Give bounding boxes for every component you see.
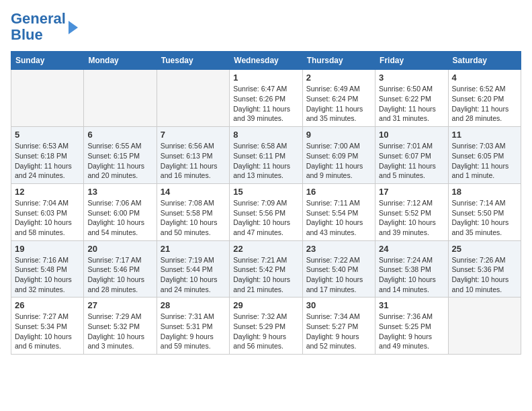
calendar-header-row: SundayMondayTuesdayWednesdayThursdayFrid… bbox=[11, 52, 521, 70]
calendar-day-10: 10Sunrise: 7:01 AM Sunset: 6:07 PM Dayli… bbox=[375, 127, 448, 184]
day-info: Sunrise: 7:32 AM Sunset: 5:29 PM Dayligh… bbox=[233, 312, 298, 351]
day-number: 16 bbox=[306, 187, 371, 197]
day-info: Sunrise: 7:29 AM Sunset: 5:32 PM Dayligh… bbox=[87, 312, 152, 351]
calendar-week-5: 26Sunrise: 7:27 AM Sunset: 5:34 PM Dayli… bbox=[11, 298, 521, 355]
logo-text: GeneralBlue bbox=[11, 11, 66, 43]
day-info: Sunrise: 6:49 AM Sunset: 6:24 PM Dayligh… bbox=[306, 84, 371, 124]
calendar-header-wednesday: Wednesday bbox=[230, 52, 302, 70]
calendar-day-19: 19Sunrise: 7:16 AM Sunset: 5:48 PM Dayli… bbox=[11, 240, 84, 298]
day-info: Sunrise: 7:22 AM Sunset: 5:40 PM Dayligh… bbox=[306, 255, 371, 295]
day-info: Sunrise: 7:17 AM Sunset: 5:46 PM Dayligh… bbox=[87, 255, 152, 295]
day-info: Sunrise: 6:53 AM Sunset: 6:18 PM Dayligh… bbox=[15, 141, 80, 181]
day-info: Sunrise: 6:52 AM Sunset: 6:20 PM Dayligh… bbox=[452, 84, 517, 124]
calendar-header-thursday: Thursday bbox=[302, 52, 375, 70]
calendar-empty-cell bbox=[448, 298, 521, 355]
day-number: 20 bbox=[87, 244, 152, 254]
day-number: 13 bbox=[87, 187, 152, 197]
calendar-header-tuesday: Tuesday bbox=[157, 52, 229, 70]
calendar-week-2: 5Sunrise: 6:53 AM Sunset: 6:18 PM Daylig… bbox=[11, 127, 521, 184]
day-number: 27 bbox=[87, 300, 152, 310]
page-header: GeneralBlue bbox=[11, 11, 521, 43]
day-info: Sunrise: 6:50 AM Sunset: 6:22 PM Dayligh… bbox=[379, 84, 444, 124]
calendar-empty-cell bbox=[84, 70, 157, 127]
calendar-day-4: 4Sunrise: 6:52 AM Sunset: 6:20 PM Daylig… bbox=[448, 70, 521, 127]
day-info: Sunrise: 7:16 AM Sunset: 5:48 PM Dayligh… bbox=[15, 255, 80, 295]
day-number: 29 bbox=[233, 300, 298, 310]
day-info: Sunrise: 7:24 AM Sunset: 5:38 PM Dayligh… bbox=[379, 255, 444, 295]
calendar-day-8: 8Sunrise: 6:58 AM Sunset: 6:11 PM Daylig… bbox=[230, 127, 302, 184]
day-number: 18 bbox=[452, 187, 517, 197]
day-info: Sunrise: 6:58 AM Sunset: 6:11 PM Dayligh… bbox=[233, 141, 298, 181]
day-info: Sunrise: 7:34 AM Sunset: 5:27 PM Dayligh… bbox=[306, 312, 371, 351]
day-number: 1 bbox=[233, 73, 298, 83]
calendar-week-4: 19Sunrise: 7:16 AM Sunset: 5:48 PM Dayli… bbox=[11, 240, 521, 298]
calendar-header-friday: Friday bbox=[375, 52, 448, 70]
day-number: 6 bbox=[87, 130, 152, 140]
calendar-day-11: 11Sunrise: 7:03 AM Sunset: 6:05 PM Dayli… bbox=[448, 127, 521, 184]
day-number: 2 bbox=[306, 73, 371, 83]
calendar-day-30: 30Sunrise: 7:34 AM Sunset: 5:27 PM Dayli… bbox=[302, 298, 375, 355]
calendar-header-saturday: Saturday bbox=[448, 52, 521, 70]
calendar-day-17: 17Sunrise: 7:12 AM Sunset: 5:52 PM Dayli… bbox=[375, 183, 448, 240]
calendar-day-21: 21Sunrise: 7:19 AM Sunset: 5:44 PM Dayli… bbox=[157, 240, 229, 298]
day-info: Sunrise: 7:08 AM Sunset: 5:58 PM Dayligh… bbox=[161, 198, 226, 238]
calendar-day-22: 22Sunrise: 7:21 AM Sunset: 5:42 PM Dayli… bbox=[230, 240, 302, 298]
day-info: Sunrise: 7:04 AM Sunset: 6:03 PM Dayligh… bbox=[15, 198, 80, 238]
calendar-day-16: 16Sunrise: 7:11 AM Sunset: 5:54 PM Dayli… bbox=[302, 183, 375, 240]
calendar-week-1: 1Sunrise: 6:47 AM Sunset: 6:26 PM Daylig… bbox=[11, 70, 521, 127]
calendar-day-23: 23Sunrise: 7:22 AM Sunset: 5:40 PM Dayli… bbox=[302, 240, 375, 298]
day-number: 28 bbox=[161, 300, 226, 310]
calendar-day-18: 18Sunrise: 7:14 AM Sunset: 5:50 PM Dayli… bbox=[448, 183, 521, 240]
day-info: Sunrise: 7:31 AM Sunset: 5:31 PM Dayligh… bbox=[161, 312, 226, 351]
day-info: Sunrise: 7:12 AM Sunset: 5:52 PM Dayligh… bbox=[379, 198, 444, 238]
calendar-day-28: 28Sunrise: 7:31 AM Sunset: 5:31 PM Dayli… bbox=[157, 298, 229, 355]
calendar-day-13: 13Sunrise: 7:06 AM Sunset: 6:00 PM Dayli… bbox=[84, 183, 157, 240]
day-info: Sunrise: 7:01 AM Sunset: 6:07 PM Dayligh… bbox=[379, 141, 444, 181]
calendar-table: SundayMondayTuesdayWednesdayThursdayFrid… bbox=[11, 51, 521, 355]
day-info: Sunrise: 7:21 AM Sunset: 5:42 PM Dayligh… bbox=[233, 255, 298, 295]
day-number: 30 bbox=[306, 300, 371, 310]
calendar-day-26: 26Sunrise: 7:27 AM Sunset: 5:34 PM Dayli… bbox=[11, 298, 84, 355]
calendar-day-3: 3Sunrise: 6:50 AM Sunset: 6:22 PM Daylig… bbox=[375, 70, 448, 127]
day-info: Sunrise: 7:09 AM Sunset: 5:56 PM Dayligh… bbox=[233, 198, 298, 238]
day-number: 3 bbox=[379, 73, 444, 83]
day-number: 19 bbox=[15, 244, 80, 254]
day-info: Sunrise: 6:55 AM Sunset: 6:15 PM Dayligh… bbox=[87, 141, 152, 181]
day-number: 17 bbox=[379, 187, 444, 197]
day-number: 24 bbox=[379, 244, 444, 254]
day-info: Sunrise: 6:47 AM Sunset: 6:26 PM Dayligh… bbox=[233, 84, 298, 124]
day-info: Sunrise: 7:19 AM Sunset: 5:44 PM Dayligh… bbox=[161, 255, 226, 295]
day-info: Sunrise: 7:36 AM Sunset: 5:25 PM Dayligh… bbox=[379, 312, 444, 351]
day-number: 21 bbox=[161, 244, 226, 254]
day-number: 15 bbox=[233, 187, 298, 197]
calendar-day-27: 27Sunrise: 7:29 AM Sunset: 5:32 PM Dayli… bbox=[84, 298, 157, 355]
day-number: 8 bbox=[233, 130, 298, 140]
calendar-week-3: 12Sunrise: 7:04 AM Sunset: 6:03 PM Dayli… bbox=[11, 183, 521, 240]
day-number: 22 bbox=[233, 244, 298, 254]
calendar-empty-cell bbox=[11, 70, 84, 127]
day-number: 7 bbox=[161, 130, 226, 140]
logo-arrow-icon bbox=[69, 21, 78, 34]
day-info: Sunrise: 6:56 AM Sunset: 6:13 PM Dayligh… bbox=[161, 141, 226, 181]
day-number: 25 bbox=[452, 244, 517, 254]
day-number: 23 bbox=[306, 244, 371, 254]
calendar-day-9: 9Sunrise: 7:00 AM Sunset: 6:09 PM Daylig… bbox=[302, 127, 375, 184]
calendar-day-24: 24Sunrise: 7:24 AM Sunset: 5:38 PM Dayli… bbox=[375, 240, 448, 298]
day-number: 9 bbox=[306, 130, 371, 140]
calendar-day-25: 25Sunrise: 7:26 AM Sunset: 5:36 PM Dayli… bbox=[448, 240, 521, 298]
day-number: 11 bbox=[452, 130, 517, 140]
calendar-day-14: 14Sunrise: 7:08 AM Sunset: 5:58 PM Dayli… bbox=[157, 183, 229, 240]
calendar-empty-cell bbox=[157, 70, 229, 127]
calendar-header-monday: Monday bbox=[84, 52, 157, 70]
calendar-day-12: 12Sunrise: 7:04 AM Sunset: 6:03 PM Dayli… bbox=[11, 183, 84, 240]
logo: GeneralBlue bbox=[11, 11, 78, 43]
day-info: Sunrise: 7:14 AM Sunset: 5:50 PM Dayligh… bbox=[452, 198, 517, 238]
calendar-day-20: 20Sunrise: 7:17 AM Sunset: 5:46 PM Dayli… bbox=[84, 240, 157, 298]
day-number: 5 bbox=[15, 130, 80, 140]
calendar-day-7: 7Sunrise: 6:56 AM Sunset: 6:13 PM Daylig… bbox=[157, 127, 229, 184]
calendar-day-1: 1Sunrise: 6:47 AM Sunset: 6:26 PM Daylig… bbox=[230, 70, 302, 127]
day-info: Sunrise: 7:03 AM Sunset: 6:05 PM Dayligh… bbox=[452, 141, 517, 181]
calendar-day-5: 5Sunrise: 6:53 AM Sunset: 6:18 PM Daylig… bbox=[11, 127, 84, 184]
day-number: 26 bbox=[15, 300, 80, 310]
calendar-day-6: 6Sunrise: 6:55 AM Sunset: 6:15 PM Daylig… bbox=[84, 127, 157, 184]
